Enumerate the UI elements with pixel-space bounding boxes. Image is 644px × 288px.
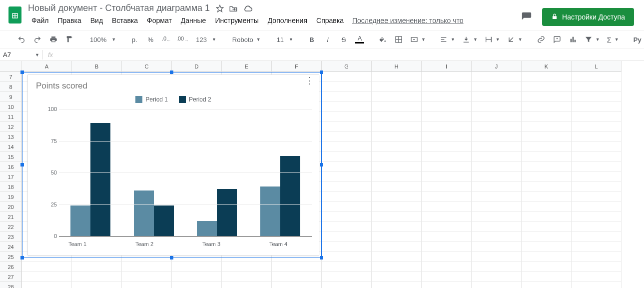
bold-button[interactable]: B [305,33,318,46]
cell[interactable] [122,272,172,282]
column-header[interactable]: G [322,61,372,72]
link-button[interactable] [535,33,548,46]
cell[interactable] [422,222,472,232]
cell[interactable] [72,262,122,272]
cell[interactable] [372,102,422,112]
cell[interactable] [372,142,422,152]
cell[interactable] [72,272,122,282]
cell[interactable] [572,112,622,122]
cell[interactable] [472,232,522,242]
cell[interactable] [472,162,522,172]
cell[interactable] [522,132,572,142]
cell[interactable] [522,202,572,212]
cell[interactable] [122,282,172,288]
functions-button[interactable]: Σ▼ [605,36,621,44]
cell[interactable] [572,72,622,82]
decrease-decimal-button[interactable]: .0← [160,33,173,46]
cell[interactable] [472,72,522,82]
filter-button[interactable]: ▼ [583,36,602,44]
cell[interactable] [422,132,472,142]
cell[interactable] [422,212,472,222]
cell[interactable] [522,182,572,192]
cell[interactable] [572,202,622,212]
text-color-button[interactable]: A [353,33,366,46]
cell[interactable] [322,142,372,152]
cell[interactable] [472,212,522,222]
resize-handle[interactable] [20,163,24,166]
cell[interactable] [322,192,372,202]
cell[interactable] [572,92,622,102]
borders-button[interactable] [392,33,405,46]
cell[interactable] [372,252,422,262]
cell[interactable] [572,162,622,172]
cell[interactable] [522,142,572,152]
cell[interactable] [22,272,72,282]
cell[interactable] [422,202,472,212]
cell[interactable] [322,282,372,288]
column-header[interactable]: E [222,61,272,72]
cell[interactable] [422,82,472,92]
cell[interactable] [222,262,272,272]
cell[interactable] [372,242,422,252]
cell[interactable] [172,282,222,288]
cell[interactable] [572,272,622,282]
row-header[interactable]: 19 [0,192,22,202]
increase-decimal-button[interactable]: .00→ [176,33,189,46]
cell[interactable] [372,272,422,282]
cell[interactable] [572,122,622,132]
fill-color-button[interactable] [376,33,389,46]
menu-addons[interactable]: Дополнения [264,14,311,26]
cell[interactable] [372,222,422,232]
cell[interactable] [322,132,372,142]
cell[interactable] [472,102,522,112]
cell[interactable] [572,242,622,252]
cell[interactable] [422,252,472,262]
cell[interactable] [22,282,72,288]
cell[interactable] [472,202,522,212]
cell[interactable] [472,252,522,262]
cell[interactable] [372,112,422,122]
column-header[interactable]: C [122,61,172,72]
cell[interactable] [522,172,572,182]
cell[interactable] [522,282,572,288]
cell[interactable] [372,122,422,132]
cell[interactable] [522,252,572,262]
column-header[interactable]: D [172,61,222,72]
cell[interactable] [522,72,572,82]
cell[interactable] [422,232,472,242]
row-header[interactable]: 13 [0,132,22,142]
cell[interactable] [472,222,522,232]
row-header[interactable]: 27 [0,272,22,282]
row-header[interactable]: 26 [0,262,22,272]
spreadsheet-grid[interactable]: ABCDEFGHIJKL 789101112131415161718192021… [0,61,644,288]
cell[interactable] [472,172,522,182]
cell[interactable] [422,182,472,192]
cell[interactable] [522,192,572,202]
cell[interactable] [572,82,622,92]
cell[interactable] [422,72,472,82]
cell[interactable] [272,262,322,272]
select-all-corner[interactable] [0,61,22,72]
cell[interactable] [372,282,422,288]
row-header[interactable]: 12 [0,122,22,132]
paint-format-button[interactable] [63,33,76,46]
column-header[interactable]: J [472,61,522,72]
cell[interactable] [322,212,372,222]
sheets-logo[interactable] [5,5,25,25]
cell[interactable] [322,122,372,132]
cell[interactable] [322,182,372,192]
cell[interactable] [422,152,472,162]
cell[interactable] [522,152,572,162]
column-header[interactable]: A [22,61,72,72]
cell[interactable] [372,192,422,202]
cell[interactable] [572,132,622,142]
currency-button[interactable]: р. [128,33,141,46]
more-formats-select[interactable]: 123▼ [192,36,218,44]
h-align-button[interactable]: ▼ [438,36,457,44]
cell[interactable] [572,252,622,262]
cell[interactable] [222,282,272,288]
chart-button[interactable] [567,33,580,46]
cell[interactable] [572,262,622,272]
cell[interactable] [522,272,572,282]
cell[interactable] [522,122,572,132]
